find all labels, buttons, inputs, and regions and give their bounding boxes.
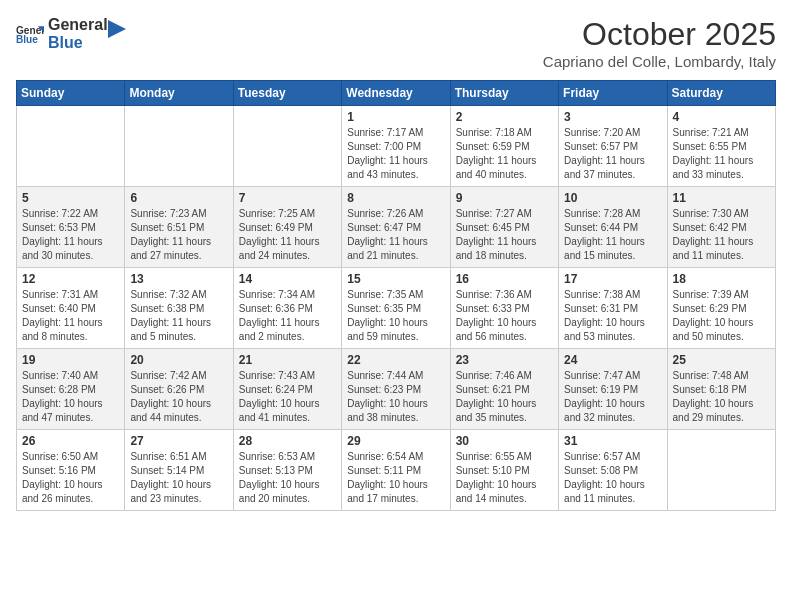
calendar-cell: 5Sunrise: 7:22 AM Sunset: 6:53 PM Daylig…: [17, 187, 125, 268]
day-info: Sunrise: 7:46 AM Sunset: 6:21 PM Dayligh…: [456, 369, 553, 425]
day-info: Sunrise: 7:44 AM Sunset: 6:23 PM Dayligh…: [347, 369, 444, 425]
day-number: 26: [22, 434, 119, 448]
calendar-cell: 25Sunrise: 7:48 AM Sunset: 6:18 PM Dayli…: [667, 349, 775, 430]
day-info: Sunrise: 7:21 AM Sunset: 6:55 PM Dayligh…: [673, 126, 770, 182]
calendar-cell: 19Sunrise: 7:40 AM Sunset: 6:28 PM Dayli…: [17, 349, 125, 430]
day-number: 17: [564, 272, 661, 286]
calendar-cell: 16Sunrise: 7:36 AM Sunset: 6:33 PM Dayli…: [450, 268, 558, 349]
calendar-cell: 20Sunrise: 7:42 AM Sunset: 6:26 PM Dayli…: [125, 349, 233, 430]
day-info: Sunrise: 7:28 AM Sunset: 6:44 PM Dayligh…: [564, 207, 661, 263]
day-number: 6: [130, 191, 227, 205]
calendar-cell: 22Sunrise: 7:44 AM Sunset: 6:23 PM Dayli…: [342, 349, 450, 430]
day-info: Sunrise: 7:18 AM Sunset: 6:59 PM Dayligh…: [456, 126, 553, 182]
day-number: 19: [22, 353, 119, 367]
day-number: 9: [456, 191, 553, 205]
calendar-cell: 30Sunrise: 6:55 AM Sunset: 5:10 PM Dayli…: [450, 430, 558, 511]
calendar-cell: 2Sunrise: 7:18 AM Sunset: 6:59 PM Daylig…: [450, 106, 558, 187]
day-info: Sunrise: 6:54 AM Sunset: 5:11 PM Dayligh…: [347, 450, 444, 506]
day-info: Sunrise: 6:51 AM Sunset: 5:14 PM Dayligh…: [130, 450, 227, 506]
logo-icon: General Blue: [16, 23, 44, 45]
day-number: 15: [347, 272, 444, 286]
calendar-cell: 1Sunrise: 7:17 AM Sunset: 7:00 PM Daylig…: [342, 106, 450, 187]
calendar-cell: 21Sunrise: 7:43 AM Sunset: 6:24 PM Dayli…: [233, 349, 341, 430]
day-info: Sunrise: 7:42 AM Sunset: 6:26 PM Dayligh…: [130, 369, 227, 425]
calendar-cell: 27Sunrise: 6:51 AM Sunset: 5:14 PM Dayli…: [125, 430, 233, 511]
day-number: 22: [347, 353, 444, 367]
day-number: 18: [673, 272, 770, 286]
day-info: Sunrise: 6:55 AM Sunset: 5:10 PM Dayligh…: [456, 450, 553, 506]
day-number: 23: [456, 353, 553, 367]
day-info: Sunrise: 7:27 AM Sunset: 6:45 PM Dayligh…: [456, 207, 553, 263]
day-number: 28: [239, 434, 336, 448]
calendar-table: SundayMondayTuesdayWednesdayThursdayFrid…: [16, 80, 776, 511]
day-info: Sunrise: 7:17 AM Sunset: 7:00 PM Dayligh…: [347, 126, 444, 182]
calendar-cell: 26Sunrise: 6:50 AM Sunset: 5:16 PM Dayli…: [17, 430, 125, 511]
day-number: 27: [130, 434, 227, 448]
day-info: Sunrise: 7:34 AM Sunset: 6:36 PM Dayligh…: [239, 288, 336, 344]
weekday-header-monday: Monday: [125, 81, 233, 106]
day-number: 24: [564, 353, 661, 367]
calendar-cell: 29Sunrise: 6:54 AM Sunset: 5:11 PM Dayli…: [342, 430, 450, 511]
day-number: 20: [130, 353, 227, 367]
day-number: 10: [564, 191, 661, 205]
day-number: 7: [239, 191, 336, 205]
weekday-header-wednesday: Wednesday: [342, 81, 450, 106]
day-info: Sunrise: 7:30 AM Sunset: 6:42 PM Dayligh…: [673, 207, 770, 263]
day-number: 25: [673, 353, 770, 367]
calendar-cell: 3Sunrise: 7:20 AM Sunset: 6:57 PM Daylig…: [559, 106, 667, 187]
day-number: 13: [130, 272, 227, 286]
page-header: General Blue General Blue October 2025 C…: [16, 16, 776, 70]
calendar-cell: [233, 106, 341, 187]
day-info: Sunrise: 7:35 AM Sunset: 6:35 PM Dayligh…: [347, 288, 444, 344]
day-number: 11: [673, 191, 770, 205]
day-info: Sunrise: 7:48 AM Sunset: 6:18 PM Dayligh…: [673, 369, 770, 425]
day-number: 30: [456, 434, 553, 448]
calendar-cell: 14Sunrise: 7:34 AM Sunset: 6:36 PM Dayli…: [233, 268, 341, 349]
calendar-cell: 8Sunrise: 7:26 AM Sunset: 6:47 PM Daylig…: [342, 187, 450, 268]
day-info: Sunrise: 7:40 AM Sunset: 6:28 PM Dayligh…: [22, 369, 119, 425]
calendar-cell: 12Sunrise: 7:31 AM Sunset: 6:40 PM Dayli…: [17, 268, 125, 349]
svg-text:Blue: Blue: [16, 34, 38, 45]
weekday-header-tuesday: Tuesday: [233, 81, 341, 106]
day-number: 16: [456, 272, 553, 286]
weekday-header-saturday: Saturday: [667, 81, 775, 106]
logo-arrow-icon: [108, 20, 126, 38]
calendar-cell: [125, 106, 233, 187]
day-number: 31: [564, 434, 661, 448]
calendar-cell: 15Sunrise: 7:35 AM Sunset: 6:35 PM Dayli…: [342, 268, 450, 349]
day-number: 3: [564, 110, 661, 124]
month-title: October 2025: [543, 16, 776, 53]
calendar-cell: 6Sunrise: 7:23 AM Sunset: 6:51 PM Daylig…: [125, 187, 233, 268]
calendar-cell: 24Sunrise: 7:47 AM Sunset: 6:19 PM Dayli…: [559, 349, 667, 430]
calendar-cell: 7Sunrise: 7:25 AM Sunset: 6:49 PM Daylig…: [233, 187, 341, 268]
calendar-cell: [667, 430, 775, 511]
logo-blue-text: Blue: [48, 34, 108, 52]
title-block: October 2025 Capriano del Colle, Lombard…: [543, 16, 776, 70]
calendar-cell: 9Sunrise: 7:27 AM Sunset: 6:45 PM Daylig…: [450, 187, 558, 268]
day-number: 1: [347, 110, 444, 124]
day-number: 21: [239, 353, 336, 367]
day-info: Sunrise: 7:47 AM Sunset: 6:19 PM Dayligh…: [564, 369, 661, 425]
day-info: Sunrise: 7:20 AM Sunset: 6:57 PM Dayligh…: [564, 126, 661, 182]
calendar-cell: 4Sunrise: 7:21 AM Sunset: 6:55 PM Daylig…: [667, 106, 775, 187]
calendar-cell: 18Sunrise: 7:39 AM Sunset: 6:29 PM Dayli…: [667, 268, 775, 349]
calendar-cell: 31Sunrise: 6:57 AM Sunset: 5:08 PM Dayli…: [559, 430, 667, 511]
day-number: 14: [239, 272, 336, 286]
day-info: Sunrise: 7:23 AM Sunset: 6:51 PM Dayligh…: [130, 207, 227, 263]
day-info: Sunrise: 7:22 AM Sunset: 6:53 PM Dayligh…: [22, 207, 119, 263]
svg-marker-3: [108, 20, 126, 38]
day-info: Sunrise: 6:50 AM Sunset: 5:16 PM Dayligh…: [22, 450, 119, 506]
logo-general-text: General: [48, 16, 108, 34]
calendar-cell: 17Sunrise: 7:38 AM Sunset: 6:31 PM Dayli…: [559, 268, 667, 349]
day-number: 4: [673, 110, 770, 124]
day-info: Sunrise: 7:25 AM Sunset: 6:49 PM Dayligh…: [239, 207, 336, 263]
day-info: Sunrise: 7:26 AM Sunset: 6:47 PM Dayligh…: [347, 207, 444, 263]
calendar-cell: 28Sunrise: 6:53 AM Sunset: 5:13 PM Dayli…: [233, 430, 341, 511]
day-info: Sunrise: 6:57 AM Sunset: 5:08 PM Dayligh…: [564, 450, 661, 506]
day-info: Sunrise: 7:39 AM Sunset: 6:29 PM Dayligh…: [673, 288, 770, 344]
day-info: Sunrise: 6:53 AM Sunset: 5:13 PM Dayligh…: [239, 450, 336, 506]
calendar-cell: [17, 106, 125, 187]
location-title: Capriano del Colle, Lombardy, Italy: [543, 53, 776, 70]
weekday-header-thursday: Thursday: [450, 81, 558, 106]
day-number: 2: [456, 110, 553, 124]
